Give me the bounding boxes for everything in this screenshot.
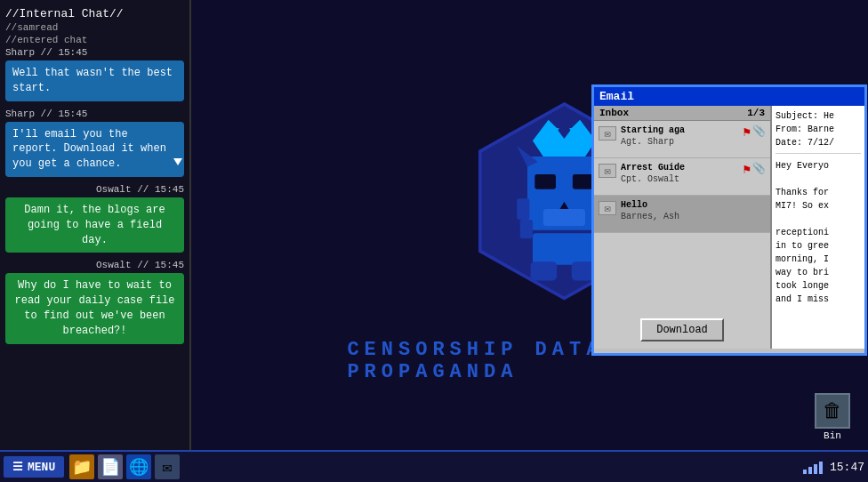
email-body-line-9: and I miss — [776, 293, 861, 306]
email-flag-1: ⚑ — [743, 125, 751, 140]
taskbar-time: 15:47 — [830, 461, 864, 474]
email-body-line-3: MI7! So ex — [776, 199, 861, 213]
signal-bar-4 — [819, 462, 823, 474]
email-flag-2: ⚑ — [743, 162, 751, 177]
email-subject-2: Arrest Guide — [621, 162, 741, 173]
chat-timestamp-2: Sharp // 15:45 — [5, 108, 184, 119]
email-inbox-header: Inbox 1/3 — [594, 106, 770, 121]
svg-rect-14 — [520, 220, 533, 238]
email-body-line-4: receptioni — [776, 226, 861, 239]
email-preview-from: From: Barne — [776, 123, 861, 136]
signal-bar-1 — [803, 470, 807, 474]
signal-bar-2 — [808, 467, 812, 474]
chat-timestamp-3: Oswalt // 15:45 — [5, 184, 184, 195]
bin-desktop-icon[interactable]: 🗑 Bin — [815, 393, 850, 441]
signal-bars — [803, 460, 823, 474]
menu-icon: ☰ — [12, 460, 23, 474]
chat-timestamp-1: Sharp // 15:45 — [5, 47, 184, 58]
email-envelope-icon-1 — [599, 126, 616, 141]
email-body: Inbox 1/3 Starting aga Agt. Sharp ⚑ 📎 — [594, 106, 864, 349]
download-button[interactable]: Download — [640, 318, 724, 341]
email-item-2[interactable]: Arrest Guide Cpt. Oswalt ⚑ 📎 — [594, 158, 770, 196]
taskbar-mail-icon[interactable]: ✉ — [155, 454, 180, 479]
email-body-line-2: Thanks for — [776, 186, 861, 199]
email-item-text-1: Starting aga Agt. Sharp — [621, 125, 741, 148]
email-preview-subject: Subject: He — [776, 109, 861, 123]
chat-timestamp-4: Oswalt // 15:45 — [5, 260, 184, 270]
email-left-panel: Inbox 1/3 Starting aga Agt. Sharp ⚑ 📎 — [594, 106, 772, 349]
email-body-line-6: morning, I — [776, 253, 861, 266]
chat-bubble-2: I'll email you the report. Download it w… — [5, 122, 184, 177]
inbox-label: Inbox — [599, 108, 629, 118]
chat-bubble-1: Well that wasn't the best start. — [5, 60, 184, 101]
svg-rect-17 — [531, 261, 558, 280]
bin-icon-image: 🗑 — [815, 393, 850, 429]
email-body-line-7: way to bri — [776, 266, 861, 279]
email-body-line-1: Hey Everyo — [776, 159, 861, 173]
email-right-panel: Subject: He From: Barne Date: 7/12/ Hey … — [772, 106, 864, 349]
bin-label: Bin — [824, 430, 841, 441]
svg-rect-2 — [549, 128, 559, 136]
desktop: CENSORSHIP DATA PROPAGANDA //Internal Ch… — [0, 0, 868, 482]
email-right-header: Subject: He From: Barne Date: 7/12/ — [776, 109, 861, 154]
email-preview-date: Date: 7/12/ — [776, 136, 861, 149]
email-from-2: Cpt. Oswalt — [621, 173, 741, 185]
folder-icon: 📁 — [72, 457, 92, 477]
email-item-3[interactable]: Hello Barnes, Ash — [594, 196, 770, 233]
svg-rect-16 — [533, 233, 596, 264]
email-envelope-icon-3 — [599, 201, 616, 215]
chat-panel: //Internal Chat// //samread //entered ch… — [0, 0, 191, 454]
email-body-line-8: took longe — [776, 279, 861, 293]
globe-icon: 🌐 — [129, 457, 149, 477]
chat-system2: //entered chat — [5, 35, 184, 45]
email-subject-3: Hello — [621, 199, 766, 211]
email-from-1: Agt. Sharp — [621, 136, 741, 148]
email-title: Email — [599, 90, 634, 103]
chat-bubble-4: Why do I have to wait to read your daily… — [5, 273, 184, 343]
taskbar-file-icon[interactable]: 📄 — [98, 454, 123, 479]
email-right-body: Hey Everyo Thanks for MI7! So ex recepti… — [776, 159, 861, 306]
svg-rect-3 — [569, 128, 580, 136]
email-item-text-2: Arrest Guide Cpt. Oswalt — [621, 162, 741, 185]
email-from-3: Barnes, Ash — [621, 211, 766, 222]
mouse-cursor — [173, 158, 182, 165]
file-icon: 📄 — [100, 457, 120, 477]
signal-bar-3 — [814, 464, 817, 474]
email-attachment-1: 📎 — [752, 125, 766, 138]
chat-bubble-3: Damn it, the blogs are going to have a f… — [5, 197, 184, 253]
download-btn-area: Download — [594, 311, 770, 349]
svg-rect-8 — [534, 174, 556, 189]
email-subject-1: Starting aga — [621, 125, 741, 136]
email-item-1[interactable]: Starting aga Agt. Sharp ⚑ 📎 — [594, 121, 770, 158]
inbox-count: 1/3 — [747, 108, 765, 118]
email-titlebar: Email — [594, 87, 864, 106]
menu-label: MENU — [28, 461, 55, 474]
email-item-text-3: Hello Barnes, Ash — [621, 199, 766, 222]
svg-rect-11 — [543, 209, 585, 226]
taskbar-folder-icon[interactable]: 📁 — [69, 454, 94, 479]
email-attachment-2: 📎 — [752, 162, 766, 175]
taskbar-right: 15:47 — [803, 460, 864, 474]
email-body-line-5: in to gree — [776, 239, 861, 253]
menu-button[interactable]: ☰ MENU — [4, 456, 64, 478]
svg-rect-12 — [517, 198, 529, 220]
email-window[interactable]: Email Inbox 1/3 Starting aga Agt. Sharp … — [591, 84, 867, 356]
svg-rect-9 — [573, 174, 594, 189]
chat-title: //Internal Chat// — [5, 7, 184, 20]
taskbar: ☰ MENU 📁 📄 🌐 ✉ 15:47 — [0, 450, 868, 482]
taskbar-globe-icon[interactable]: 🌐 — [126, 454, 151, 479]
email-envelope-icon-2 — [599, 164, 616, 178]
chat-system1: //samread — [5, 22, 184, 33]
mail-icon: ✉ — [163, 457, 173, 477]
